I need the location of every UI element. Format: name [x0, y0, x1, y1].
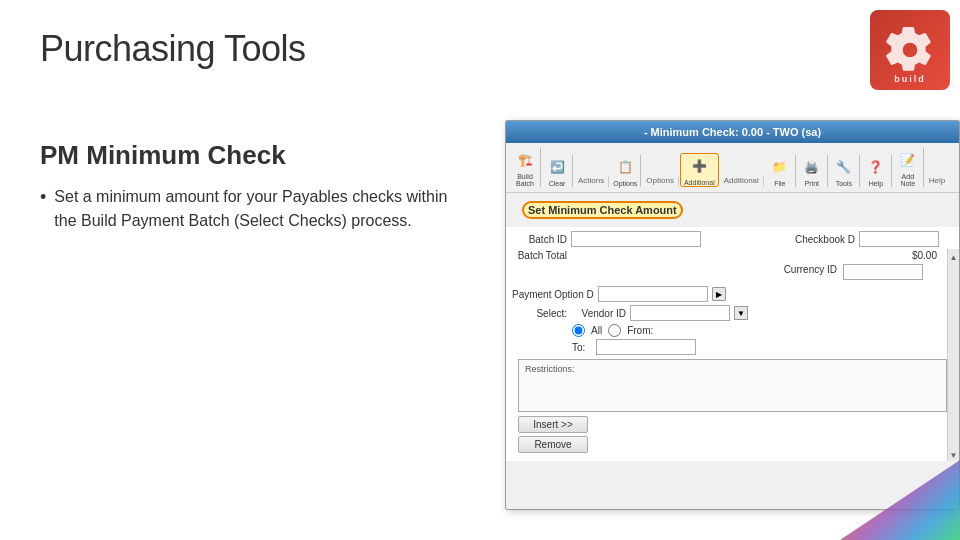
- all-label: All: [591, 325, 602, 336]
- restrictions-section: Restrictions:: [518, 359, 947, 412]
- currency-id-static-label: Currency ID: [782, 264, 837, 280]
- bullet-dot: •: [40, 188, 46, 206]
- software-window: - Minimum Check: 0.00 - TWO (sa) 🏗️ Buil…: [505, 120, 960, 510]
- build-batch-section: 🏗️ BuildBatch: [510, 148, 541, 187]
- ribbon: 🏗️ BuildBatch ↩️ Clear Actions 📋: [506, 143, 959, 193]
- batch-total-value: $0.00: [912, 250, 937, 261]
- bullet-text: Set a minimum amount for your Payables c…: [54, 185, 460, 233]
- form-buttons: Insert >> Remove: [518, 416, 947, 453]
- page-container: build Purchasing Tools PM Minimum Check …: [0, 0, 960, 540]
- logo-text: build: [870, 74, 950, 84]
- print-icon[interactable]: 🖨️: [800, 155, 824, 179]
- add-note-label: AddNote: [900, 173, 915, 187]
- currency-id-input[interactable]: [843, 264, 923, 280]
- payment-option-input[interactable]: [598, 286, 708, 302]
- help-section: ❓ Help: [861, 155, 892, 187]
- to-label: To:: [572, 342, 592, 353]
- select-row: Select: Vendor ID ▼: [512, 305, 953, 321]
- additional-group-label: Additional: [720, 176, 764, 187]
- clear-section: ↩️ Clear: [542, 155, 573, 187]
- bullet-content: • Set a minimum amount for your Payables…: [40, 185, 460, 233]
- to-input[interactable]: [596, 339, 696, 355]
- additional-label: Additional: [684, 179, 715, 186]
- vendor-id-label: Vendor ID: [571, 308, 626, 319]
- file-label: File: [774, 180, 785, 187]
- additional-icon[interactable]: ➕: [687, 154, 711, 178]
- options-icon[interactable]: 📋: [613, 155, 637, 179]
- gear-icon: [885, 25, 935, 75]
- window-scrollbar[interactable]: ▲ ▼: [947, 249, 959, 461]
- form-area: Batch ID Checkbook D Batch Total $0.00: [506, 227, 959, 461]
- logo-area: build: [870, 10, 950, 90]
- build-batch-icon[interactable]: 🏗️: [513, 148, 537, 172]
- payment-option-row: Payment Option D ▶: [512, 286, 953, 302]
- actions-group-label: Actions: [574, 176, 609, 187]
- remove-button[interactable]: Remove: [518, 436, 588, 453]
- vendor-dropdown[interactable]: ▼: [734, 306, 748, 320]
- logo-image: build: [870, 10, 950, 90]
- checkbook-d-label: Checkbook D: [795, 234, 855, 245]
- batch-id-input[interactable]: [571, 231, 701, 247]
- print-label: Print: [805, 180, 819, 187]
- add-note-icon[interactable]: 📝: [896, 148, 920, 172]
- add-note-section: 📝 AddNote: [893, 148, 924, 187]
- payment-option-label: Payment Option D: [512, 289, 594, 300]
- tools-icon[interactable]: 🔧: [832, 155, 856, 179]
- tools-label: Tools: [836, 180, 852, 187]
- all-from-row: All From:: [512, 324, 953, 337]
- options-section: 📋 Options: [610, 155, 641, 187]
- restrictions-content: [525, 377, 940, 407]
- set-min-check-banner: Set Minimum Check Amount: [522, 201, 683, 219]
- print-section: 🖨️ Print: [797, 155, 828, 187]
- tools-section: 🔧 Tools: [829, 155, 860, 187]
- batch-id-label: Batch ID: [512, 234, 567, 245]
- scroll-up-arrow[interactable]: ▲: [950, 253, 958, 263]
- help-group-label: Help: [925, 176, 949, 187]
- batch-total-label: Batch Total: [512, 250, 567, 261]
- page-title: Purchasing Tools: [40, 28, 306, 70]
- scroll-down-arrow[interactable]: ▼: [950, 451, 958, 461]
- batch-total-row: Batch Total $0.00: [512, 250, 953, 261]
- all-radio[interactable]: [572, 324, 585, 337]
- window-main: Batch ID Checkbook D Batch Total $0.00: [506, 227, 959, 461]
- payment-option-lookup[interactable]: ▶: [712, 287, 726, 301]
- help-icon[interactable]: ❓: [864, 155, 888, 179]
- options-group-label: Options: [642, 176, 679, 187]
- file-icon[interactable]: 📁: [768, 155, 792, 179]
- select-label: Select:: [512, 308, 567, 319]
- options-label: Options: [613, 180, 637, 187]
- currency-id-row: Currency ID: [512, 264, 953, 283]
- clear-label: Clear: [549, 180, 566, 187]
- to-row: To:: [512, 339, 953, 355]
- clear-icon[interactable]: ↩️: [545, 155, 569, 179]
- from-radio[interactable]: [608, 324, 621, 337]
- vendor-id-input[interactable]: [630, 305, 730, 321]
- help-label: Help: [869, 180, 883, 187]
- file-section: 📁 File: [765, 155, 796, 187]
- window-titlebar: - Minimum Check: 0.00 - TWO (sa): [506, 121, 959, 143]
- window-content-area: Batch ID Checkbook D Batch Total $0.00: [506, 227, 959, 461]
- build-batch-label: BuildBatch: [516, 173, 534, 187]
- from-label: From:: [627, 325, 653, 336]
- additional-section: ➕ Additional: [680, 153, 719, 187]
- section-heading: PM Minimum Check: [40, 140, 286, 171]
- batch-id-row: Batch ID Checkbook D: [512, 231, 953, 247]
- restrictions-label: Restrictions:: [525, 364, 940, 374]
- insert-button[interactable]: Insert >>: [518, 416, 588, 433]
- ribbon-row: 🏗️ BuildBatch ↩️ Clear Actions 📋: [510, 146, 955, 189]
- bullet-item: • Set a minimum amount for your Payables…: [40, 185, 460, 233]
- set-min-check-banner-container: Set Minimum Check Amount: [506, 193, 959, 227]
- checkbook-d-input[interactable]: [859, 231, 939, 247]
